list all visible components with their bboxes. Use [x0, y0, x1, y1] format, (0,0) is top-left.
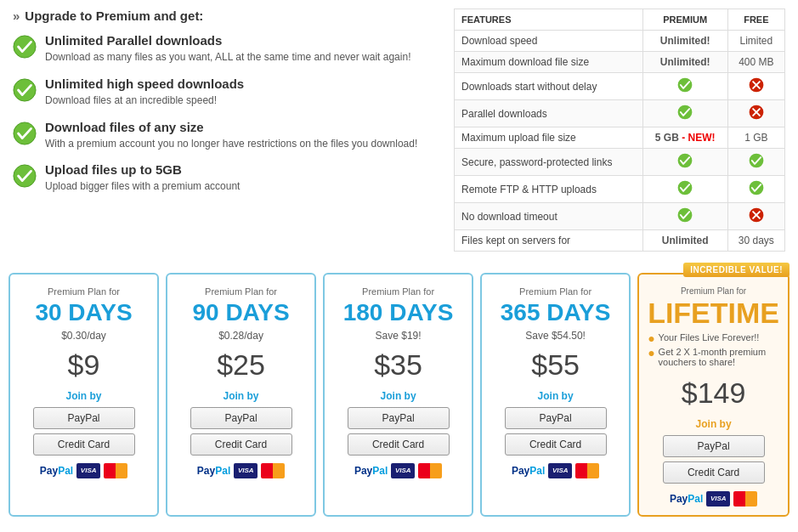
creditcard-button-2[interactable]: Credit Card: [348, 433, 450, 456]
plan-card-lifetime: INCREDIBLE VALUE! Premium Plan for LIFET…: [637, 273, 790, 517]
plan-days-2: 180 DAYS: [343, 300, 454, 326]
col-features: FEATURES: [455, 9, 643, 31]
col-premium: PREMIUM: [642, 9, 727, 31]
free-cross: [727, 100, 784, 127]
svg-point-1: [14, 79, 36, 101]
plan-label-2: Premium Plan for: [362, 286, 434, 297]
plan-rate-2: Save $19!: [376, 330, 422, 342]
plan-rate-0: $0.30/day: [61, 330, 106, 342]
table-row: Downloads start without delay: [455, 73, 785, 100]
plan-card-90days: Premium Plan for 90 DAYS $0.28/day $25 J…: [166, 273, 316, 517]
plan-days-3: 365 DAYS: [501, 300, 611, 326]
feature-label: Download speed: [455, 31, 643, 52]
feature-label: Maximum download file size: [455, 52, 643, 73]
lifetime-dot-0: ●: [648, 332, 654, 344]
visa-icon-0: VISA: [76, 463, 100, 478]
table-row: Files kept on servers for Unlimited 30 d…: [455, 230, 785, 252]
plan-rate-3: Save $54.50!: [525, 330, 586, 342]
paypal-logos-2: PayPal VISA: [354, 463, 442, 478]
benefit-item-3: Upload files up to 5GB Upload bigger fil…: [13, 162, 437, 194]
visa-icon-lifetime: VISA: [706, 491, 730, 507]
premium-check: [642, 203, 727, 230]
paypal-logos-1: PayPal VISA: [197, 463, 285, 478]
cross-svg: [749, 105, 764, 120]
table-row: Maximum download file size Unlimited! 40…: [455, 52, 785, 73]
premium-val: Unlimited!: [642, 31, 727, 52]
feature-label: Maximum upload file size: [455, 127, 643, 149]
premium-check: [642, 73, 727, 100]
plan-card-365days: Premium Plan for 365 DAYS Save $54.50! $…: [480, 273, 631, 517]
plan-days-0: 30 DAYS: [35, 300, 132, 326]
plan-rate-1: $0.28/day: [218, 330, 263, 342]
visa-icon-1: VISA: [234, 463, 258, 478]
check-icon-0: [13, 35, 37, 59]
premium-check: [642, 176, 727, 203]
lifetime-join-by: Join by: [696, 418, 732, 430]
creditcard-button-lifetime[interactable]: Credit Card: [663, 461, 765, 484]
benefit-text-3: Upload files up to 5GB Upload bigger fil…: [45, 162, 240, 194]
join-by-2: Join by: [381, 390, 416, 402]
paypal-logo-text-3: PayPal: [512, 465, 545, 477]
benefits-section: Upgrade to Premium and get: Unlimited Pa…: [13, 8, 437, 252]
col-free: FREE: [727, 9, 784, 31]
plan-days-1: 90 DAYS: [192, 300, 289, 326]
mc-icon-3: [575, 463, 599, 478]
paypal-logos-0: PayPal VISA: [40, 463, 127, 478]
paypal-button-lifetime[interactable]: PayPal: [663, 435, 765, 457]
visa-icon-2: VISA: [391, 463, 415, 478]
free-val: 1 GB: [727, 127, 784, 149]
check-svg: [676, 77, 693, 93]
lifetime-dot-1: ●: [648, 347, 654, 359]
benefit-text-1: Unlimited high speed downloads Download …: [45, 76, 244, 108]
feature-label: Downloads start without delay: [455, 73, 643, 100]
premium-val-new: 5 GB - NEW!: [642, 127, 727, 149]
table-row: No download timeout: [455, 203, 785, 230]
table-row: Parallel downloads: [455, 100, 785, 127]
paypal-button-3[interactable]: PayPal: [505, 407, 607, 429]
free-val: 30 days: [727, 230, 784, 252]
paypal-logos-lifetime: PayPal VISA: [670, 491, 757, 507]
benefit-item-1: Unlimited high speed downloads Download …: [13, 76, 437, 108]
benefit-item-0: Unlimited Parallel downloads Download as…: [13, 33, 437, 65]
table-row: Remote FTP & HTTP uploads: [455, 176, 785, 203]
paypal-button-2[interactable]: PayPal: [348, 407, 450, 429]
mc-icon-1: [261, 463, 285, 478]
plan-label-1: Premium Plan for: [205, 286, 277, 297]
mc-icon-2: [418, 463, 442, 478]
table-row: Secure, password-protected links: [455, 149, 785, 176]
cross-svg: [749, 207, 764, 223]
creditcard-button-3[interactable]: Credit Card: [505, 433, 607, 456]
paypal-logo-text-1: PayPal: [197, 465, 230, 477]
feature-label: Remote FTP & HTTP uploads: [455, 176, 643, 203]
top-section: Upgrade to Premium and get: Unlimited Pa…: [0, 0, 798, 264]
svg-point-0: [14, 36, 36, 58]
paypal-logos-3: PayPal VISA: [512, 463, 599, 478]
plan-card-30days: Premium Plan for 30 DAYS $0.30/day $9 Jo…: [8, 273, 159, 517]
check-svg: [676, 180, 693, 195]
feature-label: Secure, password-protected links: [455, 149, 643, 176]
check-svg: [676, 105, 693, 120]
svg-point-3: [14, 165, 36, 187]
check-icon-2: [13, 122, 37, 145]
free-cross: [727, 203, 784, 230]
benefit-text-2: Download files of any size With a premiu…: [45, 120, 417, 151]
visa-icon-3: VISA: [548, 463, 572, 478]
creditcard-button-1[interactable]: Credit Card: [190, 433, 292, 456]
svg-point-2: [14, 122, 36, 144]
join-by-0: Join by: [66, 390, 102, 402]
plan-price-1: $25: [217, 348, 265, 382]
cross-svg: [749, 77, 764, 93]
creditcard-button-0[interactable]: Credit Card: [33, 433, 135, 456]
incredible-badge: INCREDIBLE VALUE!: [683, 263, 790, 277]
table-row: Download speed Unlimited! Limited: [455, 31, 785, 52]
plan-price-3: $55: [531, 348, 580, 382]
check-svg: [748, 153, 765, 168]
premium-val: Unlimited!: [642, 52, 727, 73]
plan-label-0: Premium Plan for: [48, 286, 120, 297]
upgrade-title: Upgrade to Premium and get:: [13, 8, 437, 23]
paypal-button-1[interactable]: PayPal: [190, 407, 292, 429]
benefit-item-2: Download files of any size With a premiu…: [13, 120, 437, 151]
lifetime-days: LIFETIME: [648, 297, 779, 329]
plan-price-0: $9: [68, 348, 100, 382]
paypal-button-0[interactable]: PayPal: [33, 407, 135, 429]
